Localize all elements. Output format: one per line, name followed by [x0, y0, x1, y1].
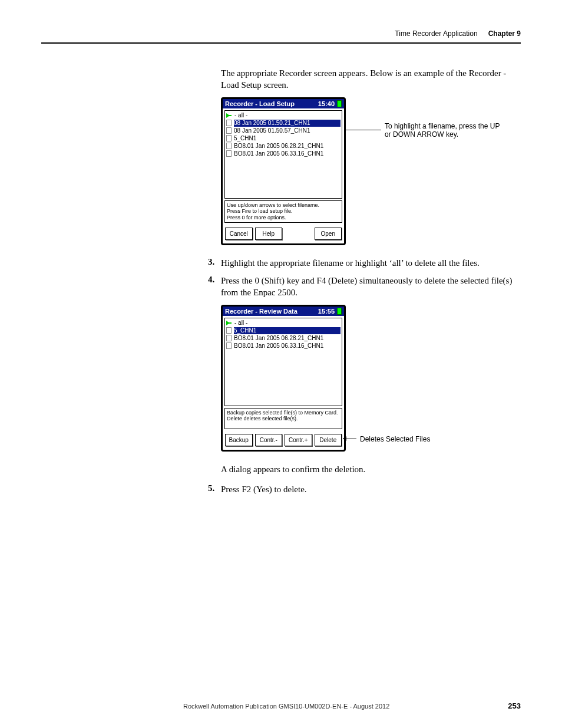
- button-row: Backup Contr.- Contr.+ Delete: [223, 431, 344, 450]
- titlebar-time: 15:55: [318, 308, 335, 315]
- footer-publication: Rockwell Automation Publication GMSI10-U…: [65, 703, 508, 710]
- device-screen-load-setup: Recorder - Load Setup 15:40 - all - 08 J…: [221, 97, 346, 245]
- hint-box: Backup copies selected file(s) to Memory…: [224, 408, 342, 429]
- document-icon: [226, 335, 232, 341]
- button-row: Cancel Help Open: [223, 225, 344, 243]
- file-label: - all -: [234, 112, 247, 119]
- file-line[interactable]: 5_CHN1: [226, 327, 340, 335]
- hint-line: Delete deletes selected file(s).: [227, 416, 340, 422]
- file-line-all[interactable]: - all -: [226, 112, 340, 120]
- cancel-button[interactable]: Cancel: [225, 228, 253, 240]
- file-label: 08 Jan 2005 01.50.57_CHN1: [234, 127, 310, 134]
- file-label: 5_CHN1: [234, 327, 340, 334]
- battery-icon: [337, 100, 342, 107]
- callout-highlight: To highlight a filename, press the UP or…: [346, 122, 503, 139]
- callout-text: To highlight a filename, press the UP or…: [385, 122, 503, 139]
- callout-delete: Deletes Selected Files: [346, 435, 430, 443]
- document-icon: [226, 135, 232, 141]
- hint-line: Backup copies selected file(s) to Memory…: [227, 410, 340, 416]
- document-icon: [226, 150, 232, 157]
- file-label: BO8.01 Jan 2005 06.28.21_CHN1: [234, 335, 323, 342]
- footer-page-number: 253: [508, 701, 521, 710]
- file-label: BO8.01 Jan 2005 06.33.16_CHN1: [234, 150, 323, 157]
- file-line[interactable]: BO8.01 Jan 2005 06.28.21_CHN1: [226, 143, 340, 150]
- body-column: The appropriate Recorder screen appears.…: [221, 67, 521, 495]
- header-app-title: Time Recorder Application: [395, 29, 477, 38]
- hint-box: Use up/down arrows to select filename. P…: [224, 200, 342, 223]
- file-line[interactable]: 08 Jan 2005 01.50.21_CHN1: [226, 120, 340, 127]
- step-text: Highlight the appropriate filename or hi…: [221, 257, 480, 269]
- header-chapter: Chapter 9: [488, 29, 521, 38]
- file-line[interactable]: BO8.01 Jan 2005 06.28.21_CHN1: [226, 335, 340, 342]
- file-list[interactable]: - all - 08 Jan 2005 01.50.21_CHN1 08 Jan…: [224, 110, 342, 199]
- backup-button[interactable]: Backup: [225, 434, 253, 446]
- open-button[interactable]: Open: [315, 228, 342, 240]
- step-3: 3. Highlight the appropriate filename or…: [208, 257, 521, 269]
- file-label: 08 Jan 2005 01.50.21_CHN1: [234, 120, 340, 127]
- titlebar: Recorder - Review Data 15:55: [223, 307, 344, 316]
- document-icon: [226, 327, 232, 334]
- document-icon: [226, 127, 232, 134]
- page: Time Recorder Application Chapter 9 The …: [0, 0, 562, 728]
- document-icon: [226, 120, 232, 126]
- file-label: BO8.01 Jan 2005 06.28.21_CHN1: [234, 143, 323, 150]
- contrast-minus-button[interactable]: Contr.-: [255, 434, 283, 446]
- post-paragraph: A dialog appears to confirm the deletion…: [221, 463, 521, 475]
- steps-list-2: 5. Press F2 (Yes) to delete.: [208, 483, 521, 495]
- file-label: BO8.01 Jan 2005 06.33.16_CHN1: [234, 342, 323, 350]
- file-line[interactable]: 08 Jan 2005 01.50.57_CHN1: [226, 127, 340, 135]
- arrow-icon: [226, 113, 232, 118]
- hint-line: Use up/down arrows to select filename.: [227, 202, 340, 209]
- contrast-plus-button[interactable]: Contr.+: [285, 434, 312, 446]
- intro-paragraph: The appropriate Recorder screen appears.…: [221, 67, 521, 91]
- device-screen-review-data: Recorder - Review Data 15:55 - all - 5_C…: [221, 305, 346, 452]
- file-line[interactable]: BO8.01 Jan 2005 06.33.16_CHN1: [226, 342, 340, 350]
- document-icon: [226, 143, 232, 149]
- file-label: - all -: [234, 319, 247, 327]
- titlebar-time: 15:40: [318, 100, 335, 107]
- file-label: 5_CHN1: [234, 135, 256, 142]
- callout-text: Deletes Selected Files: [360, 435, 430, 443]
- titlebar-title: Recorder - Load Setup: [225, 100, 295, 107]
- page-footer: Rockwell Automation Publication GMSI10-U…: [41, 701, 521, 710]
- step-4: 4. Press the 0 (Shift) key and F4 (Delet…: [208, 275, 521, 299]
- step-text: Press F2 (Yes) to delete.: [221, 483, 307, 495]
- figure-1-row: Recorder - Load Setup 15:40 - all - 08 J…: [221, 97, 521, 245]
- step-number: 4.: [208, 275, 221, 299]
- titlebar: Recorder - Load Setup 15:40: [223, 99, 344, 108]
- step-text: Press the 0 (Shift) key and F4 (Delete) …: [221, 275, 521, 299]
- step-5: 5. Press F2 (Yes) to delete.: [208, 483, 521, 495]
- figure-2-row: Recorder - Review Data 15:55 - all - 5_C…: [221, 305, 521, 452]
- file-line[interactable]: BO8.01 Jan 2005 06.33.16_CHN1: [226, 150, 340, 158]
- file-line-all[interactable]: - all -: [226, 319, 340, 327]
- delete-button[interactable]: Delete: [315, 434, 342, 446]
- step-number: 5.: [208, 483, 221, 495]
- hint-line: Press 0 for more options.: [227, 215, 340, 221]
- arrow-icon: [226, 321, 232, 325]
- step-number: 3.: [208, 257, 221, 269]
- help-button[interactable]: Help: [255, 228, 283, 240]
- file-line[interactable]: 5_CHN1: [226, 135, 340, 143]
- steps-list: 3. Highlight the appropriate filename or…: [208, 257, 521, 299]
- titlebar-title: Recorder - Review Data: [225, 308, 297, 315]
- battery-icon: [337, 308, 342, 315]
- hint-line: Press Fire to load setup file.: [227, 208, 340, 215]
- page-header: Time Recorder Application Chapter 9: [41, 29, 521, 44]
- file-list[interactable]: - all - 5_CHN1 BO8.01 Jan 2005 06.28.21_…: [224, 318, 342, 406]
- document-icon: [226, 342, 232, 349]
